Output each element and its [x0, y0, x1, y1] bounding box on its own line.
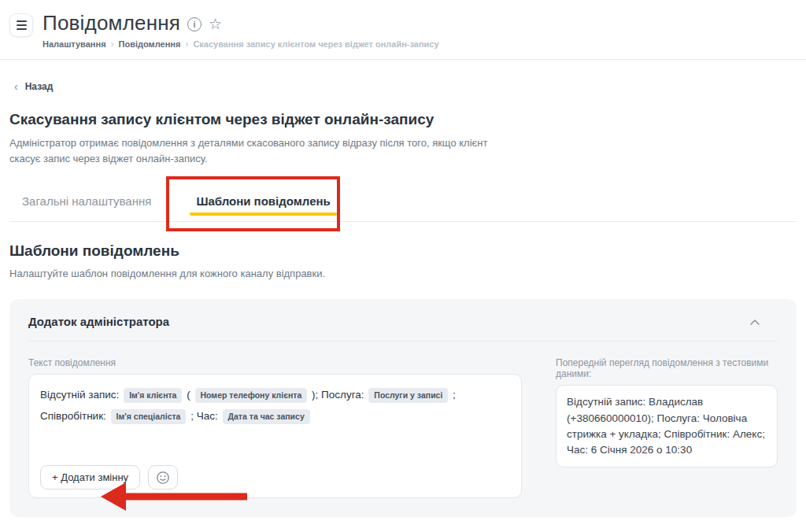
templates-section-description: Налаштуйте шаблон повідомлення для кожно…	[9, 268, 797, 279]
add-variable-button[interactable]: + Додати змінну	[40, 465, 140, 490]
breadcrumb-item-current: Скасування запису клієнтом через віджет …	[193, 39, 438, 49]
active-tab-underline	[190, 212, 336, 216]
tab-message-templates-label: Шаблони повідомлень	[196, 194, 330, 208]
template-text: (	[187, 389, 190, 401]
chevron-left-icon: ‹	[14, 80, 18, 93]
chevron-right-icon: ›	[185, 39, 188, 50]
preview-label: Попередній перегляд повідомлення з тесто…	[556, 357, 778, 379]
hamburger-icon	[17, 20, 27, 22]
page: Повідомлення i ☆ Налаштування › Повідомл…	[0, 0, 806, 532]
star-icon[interactable]: ☆	[209, 17, 222, 31]
editor-actions: + Додати змінну	[40, 465, 510, 490]
variable-chip-specialist-name[interactable]: Ім'я спеціаліста	[111, 409, 187, 424]
smiley-icon	[156, 471, 170, 485]
template-text: ); Послуга:	[312, 389, 364, 401]
page-heading: Скасування запису клієнтом через віджет …	[9, 111, 797, 128]
page-title: Повідомлення	[43, 11, 180, 35]
card-header[interactable]: Додаток адміністратора	[9, 299, 797, 328]
admin-app-template-card: Додаток адміністратора Текст повідомленн…	[9, 299, 797, 517]
variable-chip-services[interactable]: Послуги у записі	[368, 388, 448, 403]
variable-chip-client-phone[interactable]: Номер телефону клієнта	[195, 388, 308, 403]
chevron-up-icon[interactable]	[749, 318, 760, 326]
template-text: ; Час:	[190, 410, 218, 422]
back-label: Назад	[25, 81, 54, 92]
templates-section-title: Шаблони повідомлень	[9, 242, 797, 260]
message-text-editor[interactable]: Відсутній запис: Ім'я клієнта ( Номер те…	[28, 374, 522, 498]
preview-column: Попередній перегляд повідомлення з тесто…	[556, 357, 778, 498]
hamburger-menu-button[interactable]	[9, 13, 33, 37]
message-text-label: Текст повідомлення	[28, 357, 522, 368]
chevron-right-icon: ›	[111, 39, 114, 50]
info-icon[interactable]: i	[187, 17, 202, 31]
back-button[interactable]: ‹ Назад	[14, 80, 53, 93]
header-text: Повідомлення i ☆ Налаштування › Повідомл…	[43, 11, 439, 50]
variable-chip-client-name[interactable]: Ім'я клієнта	[124, 388, 182, 403]
emoji-button[interactable]	[148, 465, 178, 490]
breadcrumb-item-notifications[interactable]: Повідомлення	[119, 39, 181, 49]
tab-message-templates[interactable]: Шаблони повідомлень	[185, 194, 341, 221]
tabs: Загальні налаштування Шаблони повідомлен…	[9, 186, 797, 222]
main-content: Скасування запису клієнтом через віджет …	[0, 111, 806, 517]
card-title: Додаток адміністратора	[28, 315, 169, 328]
message-template-text: Відсутній запис: Ім'я клієнта ( Номер те…	[40, 384, 510, 427]
preview-message: Відсутній запис: Владислав (+38066000001…	[556, 385, 778, 467]
template-text: Відсутній запис:	[40, 389, 119, 401]
message-editor-column: Текст повідомлення Відсутній запис: Ім'я…	[28, 357, 522, 498]
tab-general-settings[interactable]: Загальні налаштування	[22, 194, 151, 221]
page-description: Адміністратор отримає повідомлення з дет…	[9, 135, 519, 167]
card-body: Текст повідомлення Відсутній запис: Ім'я…	[9, 342, 797, 498]
breadcrumb-item-settings[interactable]: Налаштування	[43, 39, 106, 49]
breadcrumb: Налаштування › Повідомлення › Скасування…	[43, 39, 439, 50]
variable-chip-datetime[interactable]: Дата та час запису	[223, 409, 310, 424]
app-header: Повідомлення i ☆ Налаштування › Повідомл…	[0, 0, 806, 60]
